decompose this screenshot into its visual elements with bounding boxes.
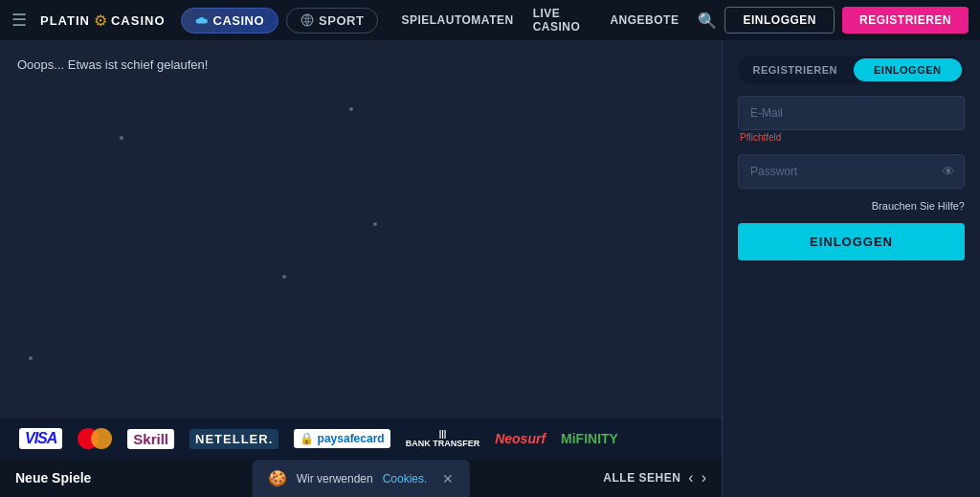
star-decoration: [373, 222, 377, 226]
nav-tab-sport[interactable]: SPORT: [286, 8, 378, 34]
panel-tabs: REGISTRIEREN EINLOGGEN: [738, 56, 965, 84]
password-form-group: 👁: [738, 154, 965, 189]
main-content: Ooops... Etwas ist schief gelaufen! VISA…: [0, 40, 980, 497]
see-all-button[interactable]: ALLE SEHEN: [603, 471, 680, 485]
help-link[interactable]: Brauchen Sie Hilfe?: [738, 200, 965, 212]
sport-icon: [301, 13, 314, 27]
nav-casino-label: CASINO: [213, 13, 265, 28]
right-panel: REGISTRIEREN EINLOGGEN Pflichtfeld 👁 Bra…: [722, 40, 980, 497]
neosurf-logo: Neosurf: [495, 431, 546, 446]
tab-login[interactable]: EINLOGGEN: [854, 58, 963, 81]
cookie-banner: 🍪 Wir verwenden Cookies. ✕: [253, 460, 470, 497]
header: ☰ PLATIN ⚙ CASINO CASINO SPORT SPIELAUTO…: [0, 0, 980, 40]
logo: PLATIN ⚙ CASINO: [40, 11, 166, 30]
nav-live-casino[interactable]: LIVE CASINO: [533, 7, 591, 34]
star-decoration: [29, 356, 33, 360]
nav-links: SPIELAUTOMATEN LIVE CASINO ANGEBOTE 🔍: [401, 7, 717, 34]
cookie-close-button[interactable]: ✕: [442, 471, 454, 486]
password-wrapper: 👁: [738, 154, 965, 189]
header-buttons: EINLOGGEN REGISTRIEREN: [724, 7, 969, 34]
star-decoration: [282, 275, 286, 279]
visa-logo: VISA: [19, 428, 62, 449]
search-icon[interactable]: 🔍: [698, 11, 717, 30]
payment-methods-area: VISA Skrill NETELLER. 🔒 paysafecard ||| …: [0, 418, 722, 459]
next-arrow-icon[interactable]: ›: [702, 469, 706, 486]
prev-arrow-icon[interactable]: ‹: [688, 469, 693, 486]
login-button[interactable]: EINLOGGEN: [724, 7, 835, 34]
nav-spielautomaten[interactable]: SPIELAUTOMATEN: [401, 13, 513, 27]
mastercard-circle-yellow: [91, 428, 112, 449]
left-area: Ooops... Etwas ist schief gelaufen! VISA…: [0, 40, 722, 497]
hamburger-icon[interactable]: ☰: [11, 10, 27, 31]
skrill-logo: Skrill: [127, 429, 174, 449]
email-field[interactable]: [738, 96, 965, 130]
email-error-label: Pflichtfeld: [738, 132, 965, 143]
cookie-icon: 🍪: [268, 469, 287, 487]
banktransfer-logo: ||| BANK TRANSFER: [406, 429, 480, 448]
star-decoration: [120, 136, 123, 140]
nav-sport-label: SPORT: [319, 13, 364, 28]
mifinity-logo: MiFINITY: [561, 431, 618, 446]
tab-register[interactable]: REGISTRIEREN: [741, 58, 850, 81]
cookie-text: Wir verwenden: [297, 472, 373, 486]
cookie-link[interactable]: Cookies.: [383, 472, 428, 486]
neue-spiele-title: Neue Spiele: [15, 470, 91, 486]
nav-tab-casino[interactable]: CASINO: [181, 8, 279, 34]
error-message: Ooops... Etwas ist schief gelaufen!: [17, 57, 208, 72]
cloud-icon: [195, 13, 209, 27]
star-decoration: [349, 107, 353, 111]
nav-angebote[interactable]: ANGEBOTE: [610, 13, 679, 27]
svg-point-0: [301, 14, 313, 26]
register-button[interactable]: REGISTRIEREN: [842, 7, 969, 34]
einloggen-button[interactable]: EINLOGGEN: [738, 223, 965, 260]
paysafecard-logo: 🔒 paysafecard: [294, 429, 390, 448]
logo-gear-icon: ⚙: [94, 11, 107, 30]
logo-casino-text: CASINO: [111, 13, 166, 28]
password-field[interactable]: [738, 154, 965, 189]
mastercard-logo: [78, 428, 112, 449]
logo-platin-text: PLATIN: [40, 13, 90, 28]
eye-icon[interactable]: 👁: [942, 164, 955, 179]
neteller-logo: NETELLER.: [189, 429, 278, 449]
email-form-group: Pflichtfeld: [738, 96, 965, 143]
